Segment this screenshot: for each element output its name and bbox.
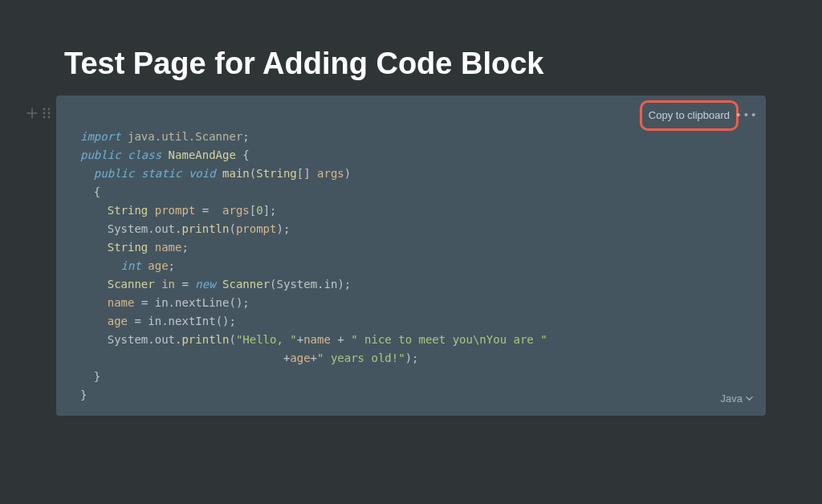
drag-handle-icon[interactable] bbox=[42, 107, 51, 120]
copy-button-highlight: Copy to clipboard bbox=[640, 100, 739, 131]
page-container: Test Page for Adding Code Block Copy to … bbox=[0, 0, 822, 416]
code-block[interactable]: Copy to clipboard ••• import java.util.S… bbox=[56, 96, 766, 416]
copy-to-clipboard-button[interactable]: Copy to clipboard bbox=[649, 109, 730, 121]
language-selector[interactable]: Java bbox=[721, 389, 753, 408]
page-title: Test Page for Adding Code Block bbox=[64, 47, 766, 81]
svg-point-3 bbox=[48, 112, 51, 115]
more-options-button[interactable]: ••• bbox=[735, 107, 758, 125]
svg-point-5 bbox=[48, 116, 51, 119]
svg-point-0 bbox=[43, 108, 46, 111]
block-row: Copy to clipboard ••• import java.util.S… bbox=[56, 96, 766, 416]
chevron-down-icon bbox=[746, 395, 753, 402]
svg-point-2 bbox=[43, 112, 46, 115]
svg-point-4 bbox=[43, 116, 46, 119]
language-label: Java bbox=[721, 389, 743, 408]
add-block-icon[interactable] bbox=[26, 107, 39, 120]
svg-point-1 bbox=[48, 108, 51, 111]
block-handles bbox=[26, 107, 51, 120]
code-content: import java.util.Scanner; public class N… bbox=[80, 128, 750, 404]
